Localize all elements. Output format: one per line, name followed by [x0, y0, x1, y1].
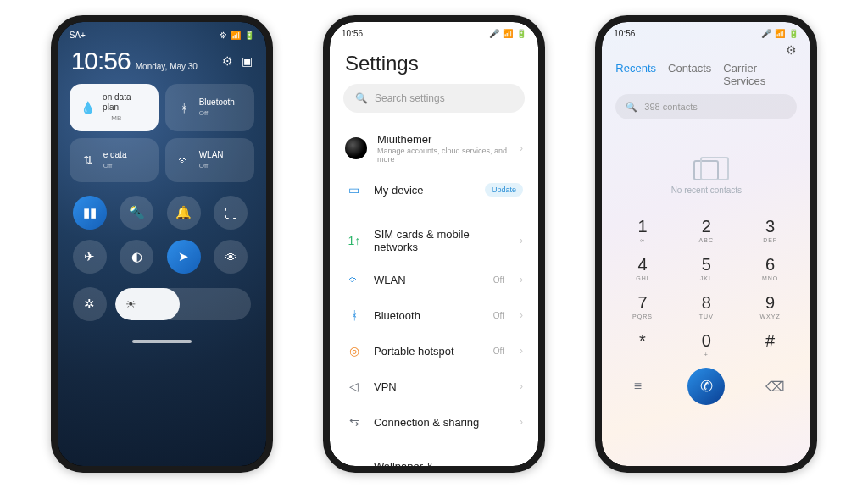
key-letters: JKL [675, 275, 738, 281]
status-icons: ⚙ 📶 🔋 [220, 30, 254, 40]
settings-small-icon: ⚙ [220, 30, 227, 40]
toggle-bell[interactable]: 🔔 [167, 196, 201, 230]
date-label: Monday, May 30 [136, 62, 198, 71]
row-vpn[interactable]: ◁VPN› [343, 369, 525, 404]
key-2[interactable]: 2ABC [675, 212, 738, 248]
row-label: Connection & sharing [374, 416, 509, 429]
tile-sub: Off [199, 162, 209, 169]
row-label: Wallpaper & personalization [374, 460, 509, 466]
account-sub: Manage accounts, cloud services, and mor… [377, 147, 509, 164]
dial-keypad: 1∞2ABC3DEF4GHI5JKL6MNO7PQRS8TUV9WXYZ*0+# [602, 208, 810, 363]
data-arrows-icon: ⇅ [80, 152, 97, 169]
search-icon: 🔍 [355, 92, 368, 104]
row-wallpaper-personalization[interactable]: ◆Wallpaper & personalization› [343, 452, 525, 466]
chevron-right-icon: › [520, 274, 523, 286]
key-star[interactable]: * [610, 326, 674, 363]
auto-brightness-toggle[interactable]: ✲ [73, 287, 107, 321]
chevron-right-icon: › [520, 380, 523, 392]
key-digit: * [610, 331, 674, 351]
key-digit: 9 [738, 293, 802, 313]
battery-icon: 🔋 [244, 30, 254, 40]
tab-contacts[interactable]: Contacts [668, 62, 711, 87]
toggle-screenshot[interactable]: ⛶ [214, 196, 248, 230]
tile-wlan[interactable]: ᯤ WLANOff [165, 138, 254, 182]
sun-gear-icon: ✲ [84, 297, 95, 312]
tile-data-plan[interactable]: 💧 on data plan— MB [70, 84, 159, 131]
voice-icon: 🎤 [761, 29, 771, 38]
chevron-right-icon: › [520, 345, 523, 357]
row-my-device[interactable]: ▭ My device Update [343, 172, 525, 208]
status-time: 10:56 [342, 29, 363, 38]
settings-icon[interactable]: ⚙ [222, 54, 233, 68]
phone-icon: ▭ [345, 180, 364, 199]
key-6[interactable]: 6MNO [738, 250, 802, 286]
contacts-search[interactable]: 🔍 398 contacts [615, 94, 797, 119]
key-letters: ∞ [610, 237, 674, 243]
avatar [345, 137, 367, 159]
key-7[interactable]: 7PQRS [610, 288, 674, 324]
row-icon: ◆ [345, 463, 364, 466]
tile-label: Bluetooth [199, 97, 235, 107]
row-label: SIM cards & mobile networks [374, 228, 509, 253]
key-digit: 2 [675, 217, 738, 236]
empty-cards-icon [693, 160, 719, 180]
phone-dialer: 10:56 🎤📶🔋 ⚙ RecentsContactsCarrier Servi… [595, 15, 817, 473]
empty-state: No recent contacts [602, 126, 810, 208]
row-account[interactable]: Miuithemer Manage accounts, cloud servic… [343, 125, 525, 172]
menu-icon[interactable]: ≡ [626, 374, 649, 398]
toggle-location[interactable]: ➤ [167, 240, 201, 274]
bluetooth-icon: ᚼ [175, 99, 192, 116]
tab-bar: RecentsContactsCarrier Services [602, 57, 810, 94]
battery-icon: 🔋 [788, 29, 798, 38]
flashlight-icon: 🔦 [129, 205, 145, 220]
status-bar: 10:56 🎤📶🔋 [330, 22, 538, 40]
row-wlan[interactable]: ᯤWLANOff› [343, 262, 525, 297]
toggle-airplane[interactable]: ✈ [73, 240, 107, 274]
key-letters: + [675, 352, 738, 358]
tile-bluetooth[interactable]: ᚼ BluetoothOff [165, 84, 254, 131]
backspace-icon[interactable]: ⌫ [763, 374, 787, 398]
key-9[interactable]: 9WXYZ [738, 288, 802, 324]
toggle-vibrate[interactable]: ▮▮ [73, 196, 107, 230]
key-8[interactable]: 8TUV [675, 288, 738, 324]
toggle-dark-mode[interactable]: ◐ [120, 240, 153, 274]
brightness-slider[interactable]: ☀ [115, 288, 251, 320]
eye-icon: 👁 [225, 250, 237, 264]
row-portable-hotspot[interactable]: ◎Portable hotspotOff› [343, 333, 525, 369]
battery-icon: 🔋 [516, 29, 526, 38]
tab-recents[interactable]: Recents [615, 62, 656, 87]
toggle-flashlight[interactable]: 🔦 [120, 196, 153, 230]
key-0[interactable]: 0+ [675, 326, 738, 363]
search-placeholder: Search settings [375, 92, 445, 104]
search-input[interactable]: 🔍 Search settings [343, 84, 525, 113]
key-1[interactable]: 1∞ [610, 212, 674, 248]
edit-tiles-icon[interactable]: ▣ [242, 54, 253, 68]
call-button[interactable]: ✆ [687, 368, 725, 405]
key-5[interactable]: 5JKL [675, 250, 738, 286]
row-label: WLAN [374, 274, 483, 286]
row-sim-cards-mobile-networks[interactable]: 1↑SIM cards & mobile networks› [343, 219, 525, 262]
tab-carrier-services[interactable]: Carrier Services [723, 62, 797, 87]
dark-mode-icon: ◐ [131, 249, 142, 264]
row-icon: ◁ [345, 377, 364, 396]
quick-toggle-grid: ▮▮🔦🔔⛶✈◐➤👁 [58, 182, 266, 280]
tile-sub: Off [199, 109, 209, 117]
account-name: Miuithemer [377, 133, 509, 146]
key-letters: DEF [738, 237, 802, 243]
drag-handle[interactable] [132, 340, 192, 343]
row-trail: Off [493, 311, 504, 320]
key-hash[interactable]: # [738, 326, 802, 363]
key-letters: TUV [675, 313, 738, 319]
droplet-icon: 💧 [80, 99, 96, 116]
settings-icon[interactable]: ⚙ [786, 43, 797, 57]
row-bluetooth[interactable]: ᚼBluetoothOff› [343, 297, 525, 333]
row-icon: ⇆ [345, 413, 364, 431]
tile-sub: — MB [103, 114, 121, 122]
toggle-eye[interactable]: 👁 [214, 240, 248, 274]
update-badge[interactable]: Update [485, 183, 523, 197]
row-icon: ᯤ [345, 270, 364, 289]
row-connection-sharing[interactable]: ⇆Connection & sharing› [343, 404, 525, 440]
key-4[interactable]: 4GHI [610, 250, 674, 286]
tile-mobile-data[interactable]: ⇅ e dataOff [70, 138, 159, 182]
key-3[interactable]: 3DEF [738, 212, 802, 248]
